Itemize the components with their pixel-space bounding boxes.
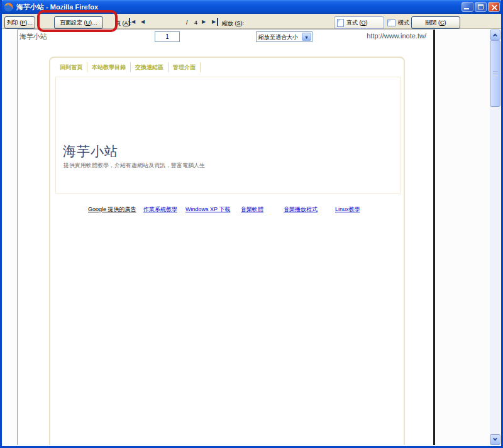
page-header-title: 海芋小站 — [19, 32, 47, 41]
ad-link: 作業系統教學 — [143, 205, 177, 214]
ad-link: Linux教學 — [335, 205, 360, 214]
zoom-label: 縮放 (S): — [222, 19, 244, 28]
page-separator: / — [186, 19, 188, 26]
ad-link: 音樂播放程式 — [284, 205, 318, 214]
firefox-window: 海芋小站 - Mozilla Firefox 列印 (P)… 頁面設定 (U)…… — [0, 0, 503, 448]
portrait-page-icon — [337, 19, 344, 27]
landscape-page-icon — [387, 19, 395, 26]
zoom-select[interactable]: 縮放至適合大小 ▼ — [256, 31, 312, 42]
scroll-up-button[interactable] — [490, 30, 500, 40]
close-preview-button[interactable]: 關閉 (C) — [411, 16, 460, 29]
page-right-edge — [433, 30, 435, 445]
maximize-button[interactable] — [475, 2, 487, 12]
chevron-up-icon — [493, 33, 497, 38]
chevron-down-icon[interactable]: ▼ — [302, 33, 311, 41]
zoom-value: 縮放至適合大小 — [258, 33, 298, 41]
thumb-grip — [493, 71, 498, 77]
first-page-button[interactable]: ◀ — [129, 18, 136, 26]
maximize-icon — [478, 4, 484, 9]
scrollbar-thumb[interactable] — [490, 40, 500, 107]
tab-home: 回到首頁 — [55, 62, 87, 72]
chevron-down-icon — [493, 437, 497, 441]
ads-by-google-label: Google 提供的廣告 — [88, 205, 136, 214]
vertical-scrollbar[interactable] — [490, 30, 500, 445]
site-nav-tabs: 回到首頁 本站教學目錄 交換連結區 管理介面 — [55, 62, 201, 72]
page-total: 4 — [194, 19, 197, 26]
tab-link-exchange: 交換連結區 — [131, 62, 169, 72]
minimize-icon — [464, 8, 469, 9]
window-controls — [462, 2, 500, 12]
scroll-down-button[interactable] — [490, 434, 500, 445]
page-number-input[interactable] — [155, 31, 180, 42]
firefox-icon — [4, 3, 13, 12]
previous-page-button[interactable]: ◀ — [140, 18, 146, 26]
last-page-button[interactable]: ▶ — [211, 18, 218, 26]
portrait-label: 直式 (O) — [346, 19, 368, 27]
annotation-highlight — [37, 10, 118, 32]
tab-admin: 管理介面 — [169, 62, 201, 72]
print-button[interactable]: 列印 (P)… — [4, 16, 35, 29]
close-window-button[interactable] — [488, 2, 500, 12]
page-header-url: http://www.inote.tw/ — [367, 32, 426, 40]
site-inner-box — [55, 77, 401, 194]
next-page-button[interactable]: ▶ — [201, 18, 207, 26]
tab-tutorials: 本站教學目錄 — [87, 62, 131, 72]
ad-link: 音樂軟體 — [241, 205, 263, 214]
portrait-button[interactable]: 直式 (O) — [334, 16, 384, 29]
ad-link: Windows XP 下載 — [185, 205, 230, 214]
minimize-button[interactable] — [462, 2, 473, 12]
site-title: 海芋小站 — [63, 143, 118, 160]
site-subtitle: 提供實用軟體教學，介紹有趣網站及資訊，豐富電腦人生 — [64, 161, 205, 170]
